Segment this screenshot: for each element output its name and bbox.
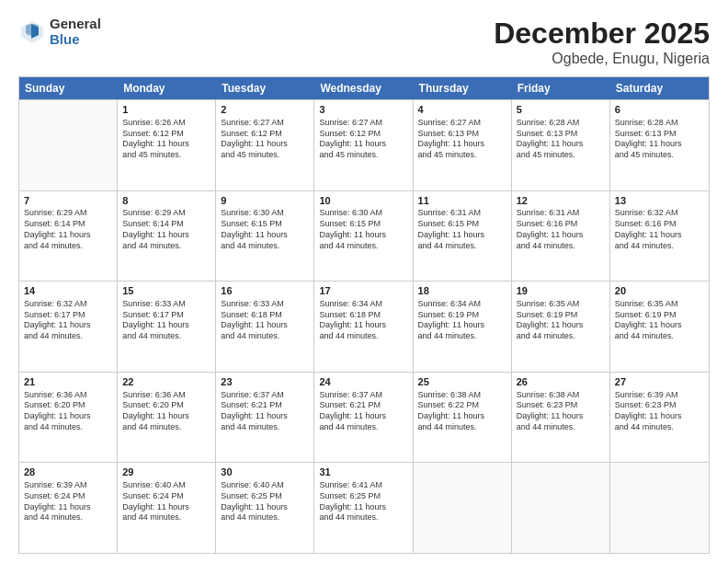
calendar-row: 1Sunrise: 6:26 AM Sunset: 6:12 PM Daylig…: [19, 99, 709, 190]
calendar-cell: 2Sunrise: 6:27 AM Sunset: 6:12 PM Daylig…: [216, 100, 314, 190]
calendar-cell: 17Sunrise: 6:34 AM Sunset: 6:18 PM Dayli…: [314, 282, 413, 372]
calendar-cell: 16Sunrise: 6:33 AM Sunset: 6:18 PM Dayli…: [216, 282, 314, 372]
weekday-header: Tuesday: [216, 77, 314, 99]
logo-blue-text: Blue: [50, 32, 101, 48]
calendar-cell: 25Sunrise: 6:38 AM Sunset: 6:22 PM Dayli…: [414, 373, 512, 463]
day-number: 9: [221, 194, 309, 208]
cell-info: Sunrise: 6:40 AM Sunset: 6:25 PM Dayligh…: [221, 480, 309, 523]
cell-info: Sunrise: 6:27 AM Sunset: 6:12 PM Dayligh…: [319, 118, 407, 161]
calendar-row: 28Sunrise: 6:39 AM Sunset: 6:24 PM Dayli…: [19, 462, 709, 553]
cell-info: Sunrise: 6:39 AM Sunset: 6:23 PM Dayligh…: [615, 390, 704, 433]
cell-info: Sunrise: 6:32 AM Sunset: 6:16 PM Dayligh…: [615, 208, 704, 251]
calendar-cell: 22Sunrise: 6:36 AM Sunset: 6:20 PM Dayli…: [118, 373, 216, 463]
day-number: 3: [319, 103, 407, 117]
page-title: December 2025: [494, 17, 710, 51]
day-number: 24: [319, 375, 407, 389]
calendar-row: 14Sunrise: 6:32 AM Sunset: 6:17 PM Dayli…: [19, 281, 709, 372]
day-number: 27: [615, 375, 704, 389]
calendar-cell: 3Sunrise: 6:27 AM Sunset: 6:12 PM Daylig…: [314, 100, 413, 190]
cell-info: Sunrise: 6:28 AM Sunset: 6:13 PM Dayligh…: [615, 118, 704, 161]
cell-info: Sunrise: 6:28 AM Sunset: 6:13 PM Dayligh…: [517, 118, 605, 161]
calendar-body: 1Sunrise: 6:26 AM Sunset: 6:12 PM Daylig…: [19, 99, 709, 553]
cell-info: Sunrise: 6:37 AM Sunset: 6:21 PM Dayligh…: [221, 390, 309, 433]
calendar-cell: [610, 463, 709, 553]
cell-info: Sunrise: 6:31 AM Sunset: 6:16 PM Dayligh…: [517, 208, 605, 251]
calendar-header: SundayMondayTuesdayWednesdayThursdayFrid…: [19, 77, 709, 99]
weekday-header: Friday: [512, 77, 610, 99]
cell-info: Sunrise: 6:39 AM Sunset: 6:24 PM Dayligh…: [24, 480, 112, 523]
calendar-cell: 27Sunrise: 6:39 AM Sunset: 6:23 PM Dayli…: [610, 373, 709, 463]
calendar-cell: 6Sunrise: 6:28 AM Sunset: 6:13 PM Daylig…: [610, 100, 709, 190]
calendar-cell: 20Sunrise: 6:35 AM Sunset: 6:19 PM Dayli…: [610, 282, 709, 372]
calendar-cell: 7Sunrise: 6:29 AM Sunset: 6:14 PM Daylig…: [19, 191, 118, 282]
calendar-cell: 28Sunrise: 6:39 AM Sunset: 6:24 PM Dayli…: [19, 463, 118, 553]
calendar-cell: [512, 463, 610, 553]
cell-info: Sunrise: 6:26 AM Sunset: 6:12 PM Dayligh…: [122, 118, 210, 161]
calendar-cell: 12Sunrise: 6:31 AM Sunset: 6:16 PM Dayli…: [512, 191, 610, 282]
weekday-header: Thursday: [414, 77, 512, 99]
calendar-row: 7Sunrise: 6:29 AM Sunset: 6:14 PM Daylig…: [19, 190, 709, 282]
calendar-cell: 4Sunrise: 6:27 AM Sunset: 6:13 PM Daylig…: [414, 100, 512, 190]
header: General Blue December 2025 Ogbede, Enugu…: [18, 17, 710, 67]
cell-info: Sunrise: 6:31 AM Sunset: 6:15 PM Dayligh…: [418, 208, 506, 251]
day-number: 25: [418, 375, 506, 389]
page: General Blue December 2025 Ogbede, Enugu…: [0, 0, 728, 563]
calendar-cell: 29Sunrise: 6:40 AM Sunset: 6:24 PM Dayli…: [118, 463, 216, 553]
cell-info: Sunrise: 6:35 AM Sunset: 6:19 PM Dayligh…: [517, 299, 605, 342]
day-number: 15: [122, 284, 210, 298]
day-number: 26: [517, 375, 605, 389]
calendar-cell: 8Sunrise: 6:29 AM Sunset: 6:14 PM Daylig…: [118, 191, 216, 282]
cell-info: Sunrise: 6:34 AM Sunset: 6:19 PM Dayligh…: [418, 299, 506, 342]
cell-info: Sunrise: 6:27 AM Sunset: 6:13 PM Dayligh…: [418, 118, 506, 161]
calendar-cell: [19, 100, 118, 190]
day-number: 1: [122, 103, 210, 117]
cell-info: Sunrise: 6:30 AM Sunset: 6:15 PM Dayligh…: [319, 208, 407, 251]
cell-info: Sunrise: 6:27 AM Sunset: 6:12 PM Dayligh…: [221, 118, 309, 161]
cell-info: Sunrise: 6:37 AM Sunset: 6:21 PM Dayligh…: [319, 390, 407, 433]
cell-info: Sunrise: 6:32 AM Sunset: 6:17 PM Dayligh…: [24, 299, 112, 342]
calendar-cell: 26Sunrise: 6:38 AM Sunset: 6:23 PM Dayli…: [512, 373, 610, 463]
logo: General Blue: [18, 17, 101, 47]
calendar-cell: 9Sunrise: 6:30 AM Sunset: 6:15 PM Daylig…: [216, 191, 314, 282]
day-number: 20: [615, 284, 704, 298]
day-number: 6: [615, 103, 704, 117]
calendar-cell: 11Sunrise: 6:31 AM Sunset: 6:15 PM Dayli…: [414, 191, 512, 282]
day-number: 8: [122, 194, 210, 208]
cell-info: Sunrise: 6:36 AM Sunset: 6:20 PM Dayligh…: [24, 390, 112, 433]
cell-info: Sunrise: 6:38 AM Sunset: 6:22 PM Dayligh…: [418, 390, 506, 433]
cell-info: Sunrise: 6:36 AM Sunset: 6:20 PM Dayligh…: [122, 390, 210, 433]
logo-text: General Blue: [50, 17, 101, 47]
cell-info: Sunrise: 6:33 AM Sunset: 6:18 PM Dayligh…: [221, 299, 309, 342]
day-number: 12: [517, 194, 605, 208]
day-number: 13: [615, 194, 704, 208]
day-number: 2: [221, 103, 309, 117]
calendar-cell: [414, 463, 512, 553]
calendar-row: 21Sunrise: 6:36 AM Sunset: 6:20 PM Dayli…: [19, 372, 709, 463]
day-number: 28: [24, 465, 112, 479]
cell-info: Sunrise: 6:29 AM Sunset: 6:14 PM Dayligh…: [122, 208, 210, 251]
cell-info: Sunrise: 6:29 AM Sunset: 6:14 PM Dayligh…: [24, 208, 112, 251]
day-number: 19: [517, 284, 605, 298]
title-block: December 2025 Ogbede, Enugu, Nigeria: [494, 17, 710, 67]
calendar-cell: 13Sunrise: 6:32 AM Sunset: 6:16 PM Dayli…: [610, 191, 709, 282]
calendar-cell: 10Sunrise: 6:30 AM Sunset: 6:15 PM Dayli…: [314, 191, 413, 282]
page-subtitle: Ogbede, Enugu, Nigeria: [494, 51, 710, 67]
calendar-cell: 19Sunrise: 6:35 AM Sunset: 6:19 PM Dayli…: [512, 282, 610, 372]
day-number: 14: [24, 284, 112, 298]
weekday-header: Saturday: [610, 77, 709, 99]
weekday-header: Sunday: [19, 77, 118, 99]
calendar-cell: 24Sunrise: 6:37 AM Sunset: 6:21 PM Dayli…: [314, 373, 413, 463]
weekday-header: Wednesday: [314, 77, 413, 99]
day-number: 17: [319, 284, 407, 298]
cell-info: Sunrise: 6:35 AM Sunset: 6:19 PM Dayligh…: [615, 299, 704, 342]
logo-icon: [18, 18, 46, 46]
calendar-cell: 30Sunrise: 6:40 AM Sunset: 6:25 PM Dayli…: [216, 463, 314, 553]
calendar-cell: 5Sunrise: 6:28 AM Sunset: 6:13 PM Daylig…: [512, 100, 610, 190]
cell-info: Sunrise: 6:30 AM Sunset: 6:15 PM Dayligh…: [221, 208, 309, 251]
calendar-cell: 15Sunrise: 6:33 AM Sunset: 6:17 PM Dayli…: [118, 282, 216, 372]
day-number: 23: [221, 375, 309, 389]
day-number: 10: [319, 194, 407, 208]
cell-info: Sunrise: 6:34 AM Sunset: 6:18 PM Dayligh…: [319, 299, 407, 342]
day-number: 4: [418, 103, 506, 117]
logo-general-text: General: [50, 17, 101, 32]
